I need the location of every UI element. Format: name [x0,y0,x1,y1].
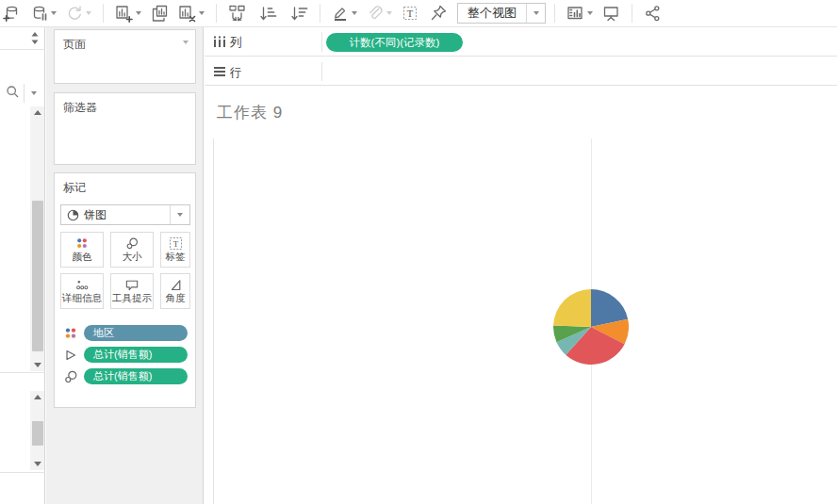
plus-icon [4,16,9,21]
rows-shelf[interactable]: 行 [205,58,837,86]
sheet-title: 工作表 9 [217,102,283,123]
rows-icon [212,64,227,83]
toolbar: T 整个视图 [0,0,837,27]
data-pane-divider [0,472,45,473]
label-button[interactable]: T 标签 [160,232,190,268]
size-button[interactable]: 大小 [110,232,154,268]
search-fields-row [0,82,45,105]
scroll-up-icon[interactable] [34,395,41,399]
fit-selector-caret[interactable] [526,4,545,23]
dropdown-caret-icon[interactable] [386,11,392,15]
color-icon [74,236,90,251]
fit-selector-value: 整个视图 [458,5,526,22]
field-list-dropdown-icon[interactable] [31,91,37,95]
pie-slice-6[interactable] [553,289,591,327]
pill-countd-records[interactable]: 计数(不同)(记录数) [326,33,463,52]
pages-card[interactable]: 页面 [54,29,196,84]
clear-sheet-button[interactable] [175,2,207,24]
x-icon [190,16,195,21]
color-target-icon[interactable] [63,326,78,345]
filters-card-title: 筛选器 [63,100,97,116]
svg-text:T: T [407,8,414,19]
dropdown-caret-icon[interactable] [352,11,357,15]
scroll-down-icon[interactable] [34,363,41,367]
marks-pill-row: 地区 [55,325,197,342]
data-pane-header [0,27,45,50]
tooltip-button-label: 工具提示 [112,292,152,305]
angle-button-label: 角度 [166,292,186,305]
scroll-down-icon[interactable] [34,462,41,466]
color-button-label: 颜色 [73,251,92,264]
duplicate-sheet-button[interactable] [148,2,172,24]
toolbar-separator [320,4,320,23]
svg-text:T: T [172,239,178,249]
toolbar-separator [103,4,104,23]
sort-descending-button[interactable] [287,2,311,24]
divider [321,62,322,81]
label-button-label: 标签 [166,251,186,264]
fit-selector[interactable]: 整个视图 [457,3,546,24]
pause-auto-updates-button[interactable] [28,2,59,24]
pie-chart[interactable] [553,289,629,365]
size-icon [124,236,140,251]
highlight-button[interactable] [329,2,360,24]
refresh-data-button[interactable] [63,2,94,24]
divider [24,84,25,103]
data-pane-edge [0,27,45,504]
new-data-source-button[interactable] [0,2,23,24]
label-icon: T [169,236,183,251]
dropdown-caret-icon[interactable] [86,11,91,15]
detail-button[interactable]: 详细信息 [60,273,104,309]
fields-scrollbar[interactable] [30,106,44,371]
scrollbar-thumb[interactable] [32,421,43,446]
dropdown-caret-icon[interactable] [136,11,141,15]
pill-sum-sales-size[interactable]: 总计(销售额) [84,368,188,384]
new-worksheet-button[interactable] [112,2,144,24]
size-target-icon[interactable] [63,369,78,388]
angle-button[interactable]: 角度 [160,273,190,309]
scrollbar-thumb[interactable] [32,201,43,351]
show-hide-cards-button[interactable] [564,2,596,24]
swap-rows-columns-button[interactable] [225,2,249,24]
pages-card-caret-icon[interactable] [183,41,189,44]
group-members-button[interactable] [364,2,395,24]
pill-region[interactable]: 地区 [84,325,188,341]
tooltip-button[interactable]: 工具提示 [110,273,154,309]
marks-card: 标记 饼图 颜色 [54,172,196,408]
sort-ascending-button[interactable] [256,2,280,24]
fix-axes-button[interactable] [427,2,450,24]
color-button[interactable]: 颜色 [60,232,104,268]
mark-type-caret[interactable] [170,205,189,224]
tableau-window: T 整个视图 [0,0,837,504]
filters-card[interactable]: 筛选器 [54,92,196,165]
chart-area-border [213,138,214,504]
dropdown-caret-icon[interactable] [199,11,205,15]
angle-icon [169,278,183,292]
presentation-mode-button[interactable] [599,2,623,24]
dropdown-caret-icon[interactable] [587,11,593,15]
sort-fields-icon[interactable] [29,31,41,49]
worksheet-canvas[interactable]: 工作表 9 [205,86,837,504]
columns-icon [212,34,227,53]
scroll-up-icon[interactable] [34,110,41,115]
show-mark-labels-button[interactable]: T [399,2,421,24]
share-workbook-button[interactable] [641,2,665,24]
rows-shelf-label: 行 [230,65,242,81]
marks-card-title: 标记 [63,180,86,196]
search-icon[interactable] [6,85,20,103]
measures-scrollbar[interactable] [30,391,44,470]
pages-card-title: 页面 [63,37,86,53]
marks-pill-row: 总计(销售额) [55,368,197,385]
cards-panel: 页面 筛选器 标记 饼图 [46,27,204,504]
divider [321,32,322,52]
columns-shelf-label: 列 [230,35,242,51]
mark-type-dropdown[interactable]: 饼图 [60,204,190,225]
marks-pill-row: 总计(销售额) [55,347,197,364]
angle-target-icon[interactable] [63,348,78,366]
pill-sum-sales-angle[interactable]: 总计(销售额) [84,347,188,363]
data-pane-divider [0,372,45,373]
detail-button-label: 详细信息 [62,292,102,305]
columns-shelf[interactable]: 列 计数(不同)(记录数) [205,28,837,57]
dropdown-caret-icon[interactable] [51,11,57,15]
pie-mark-icon [67,209,79,221]
